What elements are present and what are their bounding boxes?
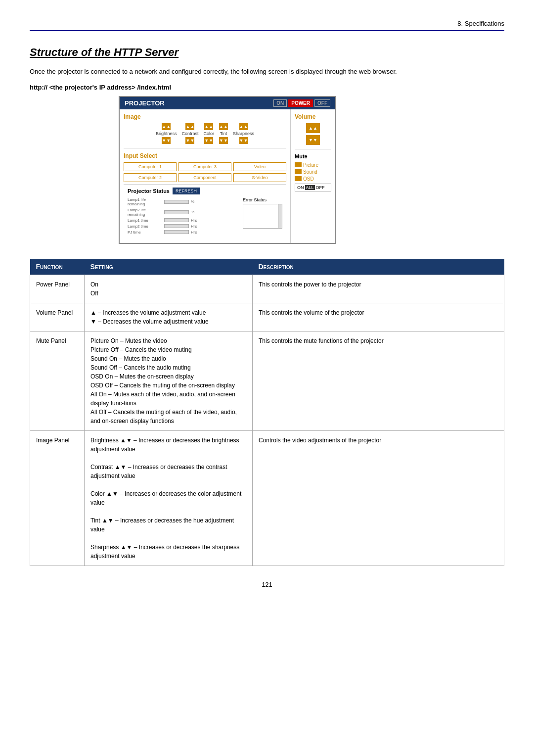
input-buttons: Computer 1 Computer 3 Video Computer 2 C… xyxy=(124,162,286,182)
lamp2-life-row: Lamp2 life remaining % xyxy=(128,208,238,217)
status-header: Projector Status REFRESH xyxy=(128,188,282,194)
table-row: Mute Panel Picture On – Mutes the video … xyxy=(30,331,504,430)
power-button[interactable]: POWER xyxy=(288,99,313,107)
lamp2-time-pct: Hrs xyxy=(191,224,197,229)
divider-1 xyxy=(124,148,286,148)
projector-status: Projector Status REFRESH Lamp1 life rema… xyxy=(124,184,286,239)
volume-up-btn[interactable]: ▲ xyxy=(306,123,320,133)
url-label: http:// <the projector's IP address> /in… xyxy=(30,84,504,91)
contrast-down-btn[interactable]: ▼ xyxy=(185,137,194,144)
contrast-label: Contrast xyxy=(181,131,198,136)
color-control: ▲ Color ▼ xyxy=(204,123,215,144)
pj-time-label: PJ time xyxy=(128,230,162,235)
color-up-btn[interactable]: ▲ xyxy=(204,123,213,130)
volume-setting-cell: ▲ – Increases the volume adjustment valu… xyxy=(85,303,253,331)
contrast-up-btn[interactable]: ▲ xyxy=(185,123,194,130)
error-scrollbar[interactable] xyxy=(278,204,282,228)
on-all-off-control: ON ALL OFF xyxy=(295,184,331,191)
picture-mute-label: Picture xyxy=(303,162,318,168)
status-rows: Lamp1 life remaining % Lamp2 life remain… xyxy=(128,197,282,236)
image-controls: ▲ Brightness ▼ ▲ Contrast ▼ ▲ Color ▼ ▲ … xyxy=(124,123,286,144)
power-function-cell: Power Panel xyxy=(30,275,85,303)
lamp2-time-row: Lamp2 time Hrs xyxy=(128,224,238,229)
sharpness-up-btn[interactable]: ▲ xyxy=(239,123,248,130)
intro-text: Once the projector is connected to a net… xyxy=(30,67,504,77)
component-btn[interactable]: Component xyxy=(178,173,231,182)
osd-mute-btn[interactable]: OSD xyxy=(295,176,331,182)
mute-desc-cell: This controls the mute functions of the … xyxy=(253,331,504,430)
sharpness-label: Sharpness xyxy=(233,131,254,136)
status-label: Projector Status xyxy=(128,188,170,194)
error-status-label: Error Status xyxy=(243,197,282,202)
brightness-down-btn[interactable]: ▼ xyxy=(162,137,171,144)
image-section-label: Image xyxy=(124,113,286,120)
section-label: 8. Specifications xyxy=(457,20,504,27)
sharpness-control: ▲ Sharpness ▼ xyxy=(233,123,254,144)
page-header: 8. Specifications xyxy=(30,20,504,31)
lamp1-time-bar xyxy=(164,218,189,222)
description-header: Description xyxy=(253,259,504,275)
tint-down-btn[interactable]: ▼ xyxy=(219,137,228,144)
svideo-btn[interactable]: S-Video xyxy=(233,173,286,182)
section-title: Structure of the HTTP Server xyxy=(30,46,504,59)
image-setting-cell: Brightness ▲▼ – Increases or decreases t… xyxy=(85,430,253,566)
video-btn[interactable]: Video xyxy=(233,162,286,171)
power-desc-cell: This controls the power to the projector xyxy=(253,275,504,303)
power-setting-cell: OnOff xyxy=(85,275,253,303)
lamp1-time-label: Lamp1 time xyxy=(128,218,162,223)
sound-mute-label: Sound xyxy=(303,169,317,175)
lamp2-life-label: Lamp2 life remaining xyxy=(128,208,162,217)
function-header: Function xyxy=(30,259,85,275)
mute-function-cell: Mute Panel xyxy=(30,331,85,430)
osd-mute-icon xyxy=(295,176,302,181)
tint-label: Tint xyxy=(220,131,227,136)
picture-mute-btn[interactable]: Picture xyxy=(295,162,331,168)
error-status-section: Error Status xyxy=(243,197,282,236)
setting-header: Setting xyxy=(85,259,253,275)
osd-mute-label: OSD xyxy=(303,176,314,182)
lamp2-time-label: Lamp2 time xyxy=(128,224,162,229)
pj-time-bar xyxy=(164,230,189,234)
projector-left-panel: Image ▲ Brightness ▼ ▲ Contrast ▼ ▲ Colo… xyxy=(120,109,291,243)
computer1-btn[interactable]: Computer 1 xyxy=(124,162,177,171)
lamp1-life-bar xyxy=(164,200,189,204)
volume-desc-cell: This controls the volume of the projecto… xyxy=(253,303,504,331)
power-on-label: ON xyxy=(273,99,287,107)
projector-label: PROJECTOR xyxy=(125,99,165,107)
pj-time-row: PJ time Hrs xyxy=(128,230,238,235)
on-label: ON xyxy=(297,185,304,190)
table-row: Image Panel Brightness ▲▼ – Increases or… xyxy=(30,430,504,566)
lamp2-life-bar xyxy=(164,210,189,214)
error-status-box xyxy=(243,204,282,229)
table-header-row: Function Setting Description xyxy=(30,259,504,275)
computer2-btn[interactable]: Computer 2 xyxy=(124,173,177,182)
lamp1-life-pct: % xyxy=(191,199,194,204)
computer3-btn[interactable]: Computer 3 xyxy=(178,162,231,171)
image-desc-cell: Controls the video adjustments of the pr… xyxy=(253,430,504,566)
projector-header: PROJECTOR ON POWER OFF xyxy=(120,97,335,109)
power-off-label: OFF xyxy=(314,99,330,107)
tint-up-btn[interactable]: ▲ xyxy=(219,123,228,130)
lamp2-life-pct: % xyxy=(191,210,194,214)
volume-down-btn[interactable]: ▼ xyxy=(306,135,320,145)
sharpness-down-btn[interactable]: ▼ xyxy=(239,137,248,144)
tint-control: ▲ Tint ▼ xyxy=(219,123,228,144)
volume-label: Volume xyxy=(295,113,331,120)
all-label: ALL xyxy=(305,185,315,190)
power-controls: ON POWER OFF xyxy=(273,99,330,107)
color-label: Color xyxy=(204,131,215,136)
off-label: OFF xyxy=(316,185,325,190)
refresh-button[interactable]: REFRESH xyxy=(173,188,200,194)
image-function-cell: Image Panel xyxy=(30,430,85,566)
projector-body: Image ▲ Brightness ▼ ▲ Contrast ▼ ▲ Colo… xyxy=(120,109,335,243)
sound-mute-btn[interactable]: Sound xyxy=(295,169,331,175)
color-down-btn[interactable]: ▼ xyxy=(204,137,213,144)
lamp2-time-bar xyxy=(164,224,189,228)
input-select-label: Input Select xyxy=(124,152,286,159)
lamp1-time-row: Lamp1 time Hrs xyxy=(128,218,238,223)
brightness-control: ▲ Brightness ▼ xyxy=(156,123,177,144)
pj-time-pct: Hrs xyxy=(191,230,197,235)
projector-ui-mockup: PROJECTOR ON POWER OFF Image ▲ Brightnes… xyxy=(119,96,336,244)
status-left: Lamp1 life remaining % Lamp2 life remain… xyxy=(128,197,238,236)
brightness-up-btn[interactable]: ▲ xyxy=(162,123,171,130)
